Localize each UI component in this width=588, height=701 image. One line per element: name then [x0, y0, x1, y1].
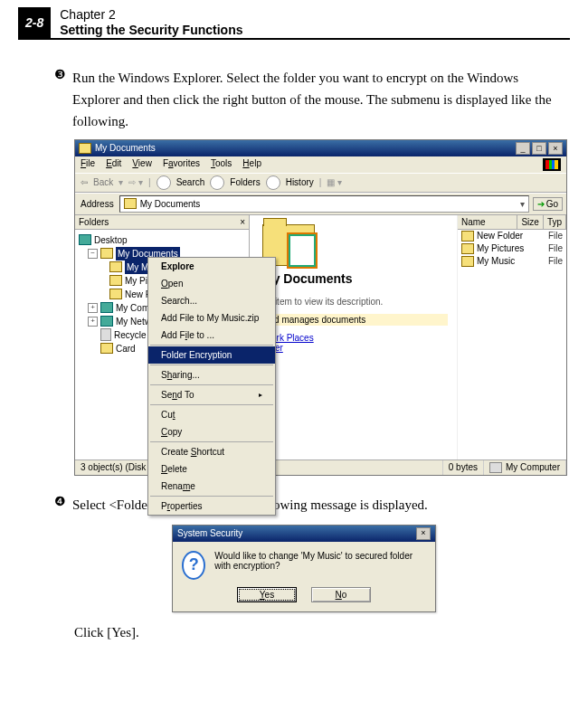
chapter-label: Chapter 2 — [60, 7, 242, 23]
dialog-title: System Security — [177, 528, 242, 538]
yes-button[interactable]: Yes — [237, 587, 297, 602]
folder-icon — [109, 275, 122, 286]
menu-help[interactable]: Help — [242, 158, 261, 171]
address-value: My Documents — [140, 199, 201, 209]
computer-icon — [100, 302, 113, 313]
confirm-dialog: System Security × ? Would like to change… — [172, 525, 436, 612]
address-label: Address — [79, 199, 116, 209]
search-icon — [156, 175, 171, 190]
document-overlay-icon — [289, 234, 316, 267]
maximize-button[interactable]: □ — [532, 142, 546, 155]
no-button[interactable]: No — [311, 587, 371, 602]
col-name[interactable]: Name — [458, 215, 517, 229]
col-type[interactable]: Typ — [544, 215, 566, 229]
ctx-copy[interactable]: Copy — [148, 423, 275, 440]
bullet-icon: ❹ — [54, 494, 72, 516]
chapter-subtitle: Setting the Security Functions — [60, 23, 242, 38]
status-location: My Computer — [506, 462, 560, 472]
step-3: ❸ Run the Windows Explorer. Select the f… — [54, 67, 561, 132]
folders-button[interactable]: Folders — [230, 177, 260, 187]
folders-pane: Folders × Desktop −My Documents My Mu My… — [75, 215, 250, 459]
folder-tree[interactable]: Desktop −My Documents My Mu My Pic New F… — [75, 230, 249, 359]
ctx-cut[interactable]: Cut — [148, 406, 275, 423]
folder-icon — [100, 248, 113, 259]
dialog-message: Would like to change 'My Music' to secur… — [214, 551, 426, 571]
ctx-create-shortcut[interactable]: Create Shortcut — [148, 443, 275, 460]
folders-pane-close[interactable]: × — [240, 217, 245, 227]
computer-icon — [489, 462, 502, 473]
list-item[interactable]: New FolderFile — [458, 230, 566, 242]
toolbar: ⇦Back▾ ⇨ ▾ | Search Folders History | ▦ … — [75, 173, 566, 193]
folder-icon — [461, 231, 474, 242]
ctx-open[interactable]: Open — [148, 275, 275, 292]
menu-bar: FFileile Edit View Favorites Tools Help — [75, 156, 566, 173]
history-icon — [266, 175, 280, 190]
go-button[interactable]: ➔Go — [533, 197, 563, 211]
network-icon — [100, 316, 113, 327]
menu-tools[interactable]: Tools — [211, 158, 232, 171]
desktop-icon — [79, 234, 91, 245]
folder-icon — [100, 343, 113, 354]
content-desc: and manages documents — [262, 314, 448, 326]
page-header: 2-8 Chapter 2 Setting the Security Funct… — [18, 0, 570, 40]
content-pane: My Documents an item to view its descrip… — [250, 215, 457, 459]
folder-icon — [461, 256, 474, 267]
ctx-rename[interactable]: Rename — [148, 478, 275, 495]
folders-icon — [210, 175, 224, 190]
menu-favorites[interactable]: Favorites — [163, 158, 200, 171]
page-title-box: Chapter 2 Setting the Security Functions — [51, 7, 242, 38]
ctx-search[interactable]: Search... — [148, 292, 275, 309]
step-4-text: Select <Folder Encryption>. The followin… — [72, 494, 561, 516]
page-number: 2-8 — [18, 7, 51, 38]
folder-icon — [124, 198, 137, 209]
ctx-delete[interactable]: Delete — [148, 460, 275, 478]
ctx-sharing[interactable]: Sharing... — [148, 366, 275, 384]
recycle-icon — [100, 328, 111, 341]
ctx-add-file[interactable]: Add File to ... — [148, 327, 275, 344]
ctx-send-to[interactable]: Send To — [148, 386, 275, 403]
folder-icon — [79, 143, 91, 154]
ctx-explore[interactable]: Explore — [148, 258, 275, 275]
explorer-titlebar: My Documents _ □ × — [75, 140, 566, 156]
click-yes-text: Click [Yes]. — [74, 625, 561, 640]
windows-logo-icon — [543, 158, 561, 171]
bullet-icon: ❸ — [54, 67, 72, 132]
col-size[interactable]: Size — [517, 215, 543, 229]
folders-pane-title: Folders — [79, 217, 109, 227]
explorer-window: My Documents _ □ × FFileile Edit View Fa… — [74, 139, 567, 476]
close-button[interactable]: × — [548, 142, 563, 155]
search-button[interactable]: Search — [176, 177, 205, 187]
list-item[interactable]: My MusicFile — [458, 255, 566, 268]
link-my-computer[interactable]: puter — [262, 343, 448, 353]
address-field[interactable]: My Documents ▾ — [119, 195, 529, 213]
back-button[interactable]: Back — [93, 177, 113, 187]
step-4: ❹ Select <Folder Encryption>. The follow… — [54, 494, 561, 516]
step-3-text: Run the Windows Explorer. Select the fol… — [72, 67, 561, 132]
file-list: Name Size Typ New FolderFile My Pictures… — [457, 215, 566, 459]
question-icon: ? — [182, 551, 205, 580]
context-menu: Explore Open Search... Add File to My Mu… — [147, 257, 276, 516]
window-title: My Documents — [95, 143, 156, 153]
minimize-button[interactable]: _ — [516, 142, 530, 155]
address-bar: Address My Documents ▾ ➔Go — [75, 193, 566, 215]
history-button[interactable]: History — [286, 177, 314, 187]
folder-icon — [109, 261, 122, 272]
menu-file[interactable]: FFileile — [81, 158, 95, 171]
ctx-properties[interactable]: Properties — [148, 497, 275, 515]
link-network-places[interactable]: twork Places — [262, 333, 448, 343]
content-title: My Documents — [262, 271, 448, 286]
folder-icon — [109, 289, 122, 299]
ctx-add-zip[interactable]: Add File to My Music.zip — [148, 309, 275, 327]
dialog-close-button[interactable]: × — [416, 527, 431, 540]
content-hint: an item to view its description. — [262, 297, 448, 307]
ctx-folder-encryption[interactable]: Folder Encryption — [148, 346, 275, 364]
folder-icon — [461, 243, 474, 254]
menu-view[interactable]: View — [132, 158, 152, 171]
status-bytes: 0 bytes — [443, 460, 484, 475]
menu-edit[interactable]: Edit — [106, 158, 121, 171]
list-item[interactable]: My PicturesFile — [458, 242, 566, 255]
